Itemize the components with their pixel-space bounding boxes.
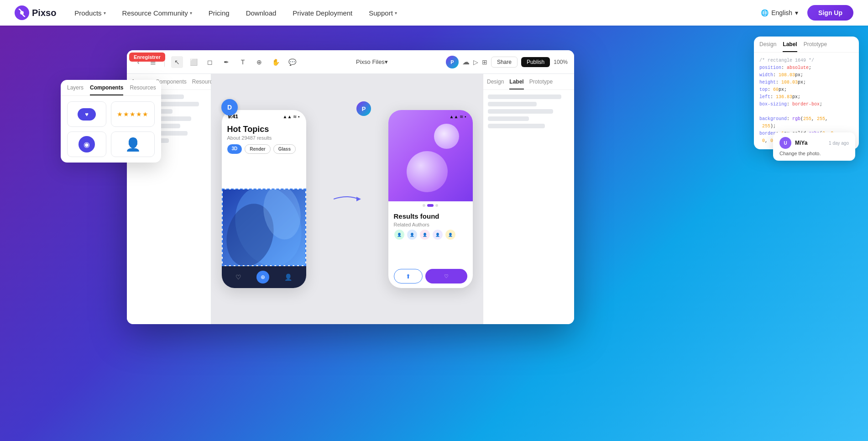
like-action-button[interactable]: ♡ <box>425 269 467 284</box>
heart-button-component[interactable]: ♥ <box>78 108 96 121</box>
tag-3d[interactable]: 3D <box>227 144 242 154</box>
phone2-signal-icons: ▲▲ ≋ ▪ <box>450 114 466 119</box>
comment-header: U MiYa 1 day ago <box>779 137 849 149</box>
heart-icon: ♡ <box>444 273 449 279</box>
phone1-image-inner <box>223 189 305 265</box>
globe-icon: 🌐 <box>761 9 769 16</box>
svg-point-1 <box>20 11 24 15</box>
user-icon[interactable]: 👤 <box>284 273 292 281</box>
floating-panel-content: ♥ ★★★★★ ◉ 👤 <box>61 96 161 163</box>
phone-mockup-2: 9:41 ▲▲ ≋ ▪ Results <box>388 110 473 288</box>
nav-products[interactable]: Products ▾ <box>74 9 105 17</box>
arrow-connector <box>334 192 361 206</box>
user-avatar: P <box>446 56 459 68</box>
enregistrer-badge[interactable]: Enregistrer <box>129 52 165 62</box>
tag-glass[interactable]: Glass <box>273 144 296 154</box>
author-4: 👤 <box>432 229 443 240</box>
phone1-title: Hot Topics <box>227 125 301 134</box>
cloud-icon[interactable]: ☁ <box>462 58 470 66</box>
fc-tab-prototype[interactable]: Prototype <box>804 41 827 52</box>
publish-button[interactable]: Publish <box>521 57 550 67</box>
authors-row: 👤 👤 👤 👤 👤 <box>394 229 467 240</box>
nav-download[interactable]: Download <box>246 9 277 17</box>
results-found-title: Results found <box>394 212 467 220</box>
dot-2 <box>427 204 434 207</box>
floating-layers-panel: Layers Components Resources ♥ ★★★★★ ◉ 👤 <box>61 80 161 163</box>
property-bar <box>488 124 545 128</box>
tab-prototype[interactable]: Prototype <box>529 79 553 89</box>
hand-tool[interactable]: ✋ <box>270 56 282 68</box>
code-bg-prop: background <box>759 116 787 121</box>
phone1-image <box>222 189 306 266</box>
nav-support[interactable]: Support ▾ <box>369 9 397 17</box>
layout-icon[interactable]: ⊞ <box>482 58 487 66</box>
dot-3 <box>435 204 438 207</box>
share-button[interactable]: Share <box>491 57 518 68</box>
author-5: 👤 <box>445 229 456 240</box>
phones-container: 9:41 ▲▲ ≋ ▪ Hot Topics About 29487 resul… <box>222 110 473 288</box>
property-bar <box>488 94 561 99</box>
design-window: ‹ ☰ ↖ ⬜ ◻ ✒ T ⊕ ✋ 💬 Pixso Files ▾ P ☁ ▷ … <box>127 50 574 324</box>
fc-tab-design[interactable]: Design <box>759 41 776 52</box>
right-panel: Design Label Prototype <box>483 74 574 324</box>
code-position-prop: position <box>759 65 781 70</box>
signup-button[interactable]: Sign Up <box>807 5 853 21</box>
right-panel-content <box>483 90 574 324</box>
pen-tool[interactable]: ✒ <box>220 56 232 68</box>
heart-icon[interactable]: ♡ <box>235 273 241 281</box>
code-panel-tabs: Design Label Prototype <box>754 37 859 52</box>
zoom-level: 100% <box>554 59 568 65</box>
code-comment: /* rectangle 1649 */ <box>759 58 814 63</box>
commenter-avatar: U <box>779 137 791 149</box>
comment-time: 1 day ago <box>829 141 849 146</box>
active-icon[interactable]: ⊕ <box>256 271 269 284</box>
file-name[interactable]: Pixso Files ▾ <box>303 58 441 65</box>
toolbar-right: P ☁ ▷ ⊞ Share Publish 100% <box>446 56 568 68</box>
nav-logo[interactable]: Pixso <box>15 5 56 20</box>
phone1-bottom-bar: ♡ ⊕ 👤 <box>222 266 306 288</box>
compass-component: ◉ <box>67 131 106 157</box>
canvas-area[interactable]: D 9:41 ▲▲ ≋ ▪ Hot Topics About 29487 res… <box>211 74 483 324</box>
fc-tab-label[interactable]: Label <box>783 41 797 52</box>
tag-render[interactable]: Render <box>245 144 270 154</box>
select-tool[interactable]: ↖ <box>171 56 183 68</box>
stars-component: ★★★★★ <box>111 101 155 127</box>
tab-design[interactable]: Design <box>487 79 504 89</box>
tab-label[interactable]: Label <box>509 79 523 89</box>
fl-tab-resources[interactable]: Resources <box>130 84 156 95</box>
comment-tool[interactable]: 💬 <box>286 56 298 68</box>
chevron-down-icon: ▾ <box>395 10 397 16</box>
code-boxsizing-prop: box-sizing <box>759 102 787 107</box>
chevron-down-icon: ▾ <box>190 10 192 16</box>
nav-private-deployment[interactable]: Private Deployment <box>293 9 352 17</box>
chevron-down-icon: ▾ <box>104 10 106 16</box>
property-bar <box>488 116 529 121</box>
share-action-button[interactable]: ⬆ <box>394 269 423 284</box>
shape-tool[interactable]: ◻ <box>204 56 216 68</box>
phone-mockup-1: 9:41 ▲▲ ≋ ▪ Hot Topics About 29487 resul… <box>222 110 306 288</box>
play-icon[interactable]: ▷ <box>473 58 478 66</box>
nav-resource-community[interactable]: Resource Community ▾ <box>122 9 192 17</box>
floating-panel-tabs: Layers Components Resources <box>61 80 161 96</box>
author-2: 👤 <box>407 229 418 240</box>
fl-tab-layers[interactable]: Layers <box>67 84 84 95</box>
phone1-content: Hot Topics About 29487 results 3D Render… <box>222 121 306 189</box>
chevron-down-icon: ▾ <box>795 9 798 16</box>
fl-tab-components[interactable]: Components <box>90 84 123 95</box>
language-selector[interactable]: 🌐 English ▾ <box>761 9 798 16</box>
nav-pricing[interactable]: Pricing <box>209 9 230 17</box>
phone1-subtitle: About 29487 results <box>227 135 301 141</box>
code-left-prop: left <box>759 94 770 100</box>
text-tool[interactable]: T <box>237 56 249 68</box>
hero-section: ‹ ☰ ↖ ⬜ ◻ ✒ T ⊕ ✋ 💬 Pixso Files ▾ P ☁ ▷ … <box>0 0 868 441</box>
dot-1 <box>423 204 425 207</box>
property-bar <box>488 109 553 114</box>
phone2-content: Results found Related Authors 👤 👤 👤 👤 👤 <box>388 210 473 265</box>
anchor-tool[interactable]: ⊕ <box>253 56 265 68</box>
commenter-name: MiYa <box>795 140 807 146</box>
person-icon: 👤 <box>125 137 141 152</box>
frame-tool[interactable]: ⬜ <box>188 56 199 68</box>
phone2-status-bar: 9:41 ▲▲ ≋ ▪ <box>388 110 473 121</box>
comment-text: Change the photo. <box>779 151 849 156</box>
logo-text: Pixso <box>32 8 56 18</box>
